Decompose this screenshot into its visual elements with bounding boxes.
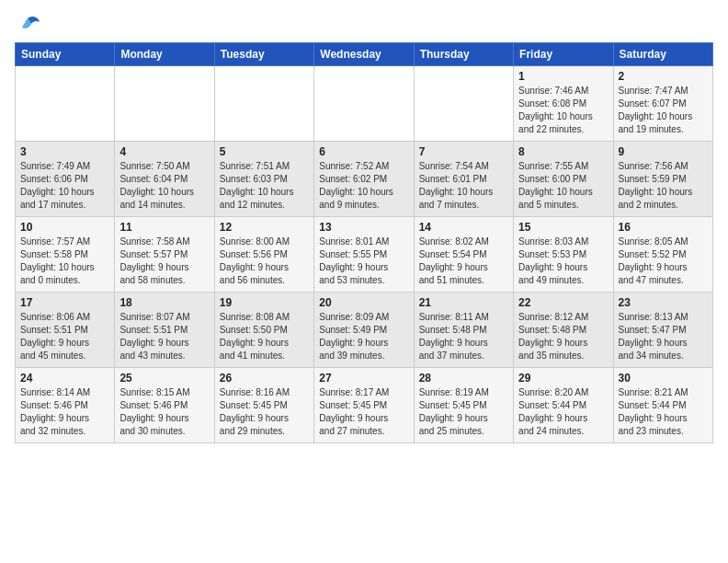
- calendar-cell: 16Sunrise: 8:05 AM Sunset: 5:52 PM Dayli…: [613, 217, 712, 293]
- day-detail: Sunrise: 7:52 AM Sunset: 6:02 PM Dayligh…: [319, 160, 408, 212]
- day-number: 26: [220, 372, 309, 385]
- logo-bird-icon: [15, 15, 40, 35]
- day-detail: Sunrise: 7:46 AM Sunset: 6:08 PM Dayligh…: [518, 85, 608, 136]
- calendar-cell: 22Sunrise: 8:12 AM Sunset: 5:48 PM Dayli…: [514, 293, 613, 368]
- day-number: 16: [619, 221, 708, 234]
- day-number: 2: [619, 70, 708, 83]
- day-number: 28: [419, 372, 508, 385]
- calendar-cell: 10Sunrise: 7:57 AM Sunset: 5:58 PM Dayli…: [16, 217, 115, 293]
- calendar-cell: 13Sunrise: 8:01 AM Sunset: 5:55 PM Dayli…: [314, 217, 414, 293]
- weekday-header-monday: Monday: [115, 43, 214, 66]
- weekday-header-saturday: Saturday: [613, 43, 712, 66]
- day-detail: Sunrise: 7:49 AM Sunset: 6:06 PM Dayligh…: [20, 160, 109, 212]
- calendar-cell: 12Sunrise: 8:00 AM Sunset: 5:56 PM Dayli…: [214, 217, 313, 293]
- day-detail: Sunrise: 8:05 AM Sunset: 5:52 PM Dayligh…: [619, 236, 708, 287]
- day-detail: Sunrise: 8:11 AM Sunset: 5:48 PM Dayligh…: [419, 311, 508, 362]
- calendar-cell: 20Sunrise: 8:09 AM Sunset: 5:49 PM Dayli…: [314, 293, 414, 368]
- day-detail: Sunrise: 8:00 AM Sunset: 5:56 PM Dayligh…: [220, 236, 309, 287]
- day-number: 6: [319, 145, 408, 158]
- day-number: 11: [119, 221, 209, 234]
- day-detail: Sunrise: 7:50 AM Sunset: 6:04 PM Dayligh…: [119, 160, 209, 212]
- day-detail: Sunrise: 8:08 AM Sunset: 5:50 PM Dayligh…: [220, 311, 309, 362]
- day-detail: Sunrise: 8:20 AM Sunset: 5:44 PM Dayligh…: [518, 386, 608, 438]
- day-number: 17: [20, 296, 109, 309]
- calendar-cell: 2Sunrise: 7:47 AM Sunset: 6:07 PM Daylig…: [613, 66, 712, 142]
- calendar-header-row: SundayMondayTuesdayWednesdayThursdayFrid…: [16, 43, 713, 66]
- day-detail: Sunrise: 7:58 AM Sunset: 5:57 PM Dayligh…: [119, 236, 209, 287]
- calendar-cell: 1Sunrise: 7:46 AM Sunset: 6:08 PM Daylig…: [514, 66, 613, 142]
- calendar-cell: 11Sunrise: 7:58 AM Sunset: 5:57 PM Dayli…: [115, 217, 214, 293]
- day-detail: Sunrise: 7:57 AM Sunset: 5:58 PM Dayligh…: [20, 236, 109, 287]
- day-detail: Sunrise: 8:14 AM Sunset: 5:46 PM Dayligh…: [20, 386, 109, 438]
- calendar-cell: [214, 66, 313, 142]
- calendar-cell: 3Sunrise: 7:49 AM Sunset: 6:06 PM Daylig…: [16, 142, 115, 217]
- day-number: 5: [220, 145, 309, 158]
- day-number: 9: [619, 145, 708, 158]
- day-number: 24: [20, 372, 109, 385]
- calendar-cell: 15Sunrise: 8:03 AM Sunset: 5:53 PM Dayli…: [514, 217, 613, 293]
- calendar-cell: 8Sunrise: 7:55 AM Sunset: 6:00 PM Daylig…: [514, 142, 613, 217]
- page-header: [15, 15, 713, 35]
- day-detail: Sunrise: 8:16 AM Sunset: 5:45 PM Dayligh…: [220, 386, 309, 438]
- calendar-cell: 9Sunrise: 7:56 AM Sunset: 5:59 PM Daylig…: [613, 142, 712, 217]
- day-number: 15: [518, 221, 608, 234]
- calendar-cell: 23Sunrise: 8:13 AM Sunset: 5:47 PM Dayli…: [613, 293, 712, 368]
- calendar-cell: [414, 66, 513, 142]
- calendar-cell: 26Sunrise: 8:16 AM Sunset: 5:45 PM Dayli…: [214, 368, 313, 443]
- calendar-cell: 25Sunrise: 8:15 AM Sunset: 5:46 PM Dayli…: [115, 368, 214, 443]
- day-detail: Sunrise: 8:03 AM Sunset: 5:53 PM Dayligh…: [518, 236, 608, 287]
- day-detail: Sunrise: 7:51 AM Sunset: 6:03 PM Dayligh…: [220, 160, 309, 212]
- calendar-cell: 14Sunrise: 8:02 AM Sunset: 5:54 PM Dayli…: [414, 217, 513, 293]
- day-number: 3: [20, 145, 109, 158]
- calendar-cell: [314, 66, 414, 142]
- day-detail: Sunrise: 8:07 AM Sunset: 5:51 PM Dayligh…: [119, 311, 209, 362]
- day-number: 7: [419, 145, 508, 158]
- calendar-week-row: 17Sunrise: 8:06 AM Sunset: 5:51 PM Dayli…: [16, 293, 713, 368]
- calendar-cell: 18Sunrise: 8:07 AM Sunset: 5:51 PM Dayli…: [115, 293, 214, 368]
- day-detail: Sunrise: 8:02 AM Sunset: 5:54 PM Dayligh…: [419, 236, 508, 287]
- calendar-cell: 19Sunrise: 8:08 AM Sunset: 5:50 PM Dayli…: [214, 293, 313, 368]
- calendar-cell: 4Sunrise: 7:50 AM Sunset: 6:04 PM Daylig…: [115, 142, 214, 217]
- day-number: 4: [119, 145, 209, 158]
- day-number: 12: [220, 221, 309, 234]
- day-number: 18: [119, 296, 209, 309]
- day-detail: Sunrise: 8:15 AM Sunset: 5:46 PM Dayligh…: [119, 386, 209, 438]
- day-detail: Sunrise: 8:17 AM Sunset: 5:45 PM Dayligh…: [319, 386, 408, 438]
- day-number: 23: [619, 296, 708, 309]
- day-number: 22: [518, 296, 608, 309]
- weekday-header-thursday: Thursday: [414, 43, 513, 66]
- calendar-week-row: 1Sunrise: 7:46 AM Sunset: 6:08 PM Daylig…: [16, 66, 713, 142]
- day-detail: Sunrise: 7:56 AM Sunset: 5:59 PM Dayligh…: [619, 160, 708, 212]
- calendar-cell: 29Sunrise: 8:20 AM Sunset: 5:44 PM Dayli…: [514, 368, 613, 443]
- day-number: 13: [319, 221, 408, 234]
- weekday-header-sunday: Sunday: [16, 43, 115, 66]
- day-detail: Sunrise: 8:01 AM Sunset: 5:55 PM Dayligh…: [319, 236, 408, 287]
- weekday-header-friday: Friday: [514, 43, 613, 66]
- logo: [15, 15, 42, 35]
- calendar-cell: 17Sunrise: 8:06 AM Sunset: 5:51 PM Dayli…: [16, 293, 115, 368]
- calendar-cell: [115, 66, 214, 142]
- day-detail: Sunrise: 7:47 AM Sunset: 6:07 PM Dayligh…: [619, 85, 708, 136]
- day-detail: Sunrise: 7:54 AM Sunset: 6:01 PM Dayligh…: [419, 160, 508, 212]
- day-number: 21: [419, 296, 508, 309]
- day-number: 27: [319, 372, 408, 385]
- calendar-cell: 28Sunrise: 8:19 AM Sunset: 5:45 PM Dayli…: [414, 368, 513, 443]
- calendar-table: SundayMondayTuesdayWednesdayThursdayFrid…: [15, 42, 713, 443]
- calendar-week-row: 24Sunrise: 8:14 AM Sunset: 5:46 PM Dayli…: [16, 368, 713, 443]
- weekday-header-tuesday: Tuesday: [214, 43, 313, 66]
- calendar-cell: 21Sunrise: 8:11 AM Sunset: 5:48 PM Dayli…: [414, 293, 513, 368]
- weekday-header-wednesday: Wednesday: [314, 43, 414, 66]
- day-number: 20: [319, 296, 408, 309]
- day-number: 25: [119, 372, 209, 385]
- day-number: 8: [518, 145, 608, 158]
- day-detail: Sunrise: 7:55 AM Sunset: 6:00 PM Dayligh…: [518, 160, 608, 212]
- day-number: 14: [419, 221, 508, 234]
- calendar-week-row: 3Sunrise: 7:49 AM Sunset: 6:06 PM Daylig…: [16, 142, 713, 217]
- day-detail: Sunrise: 8:13 AM Sunset: 5:47 PM Dayligh…: [619, 311, 708, 362]
- calendar-cell: 30Sunrise: 8:21 AM Sunset: 5:44 PM Dayli…: [613, 368, 712, 443]
- day-detail: Sunrise: 8:21 AM Sunset: 5:44 PM Dayligh…: [619, 386, 708, 438]
- day-number: 29: [518, 372, 608, 385]
- day-detail: Sunrise: 8:06 AM Sunset: 5:51 PM Dayligh…: [20, 311, 109, 362]
- calendar-cell: 27Sunrise: 8:17 AM Sunset: 5:45 PM Dayli…: [314, 368, 414, 443]
- day-number: 10: [20, 221, 109, 234]
